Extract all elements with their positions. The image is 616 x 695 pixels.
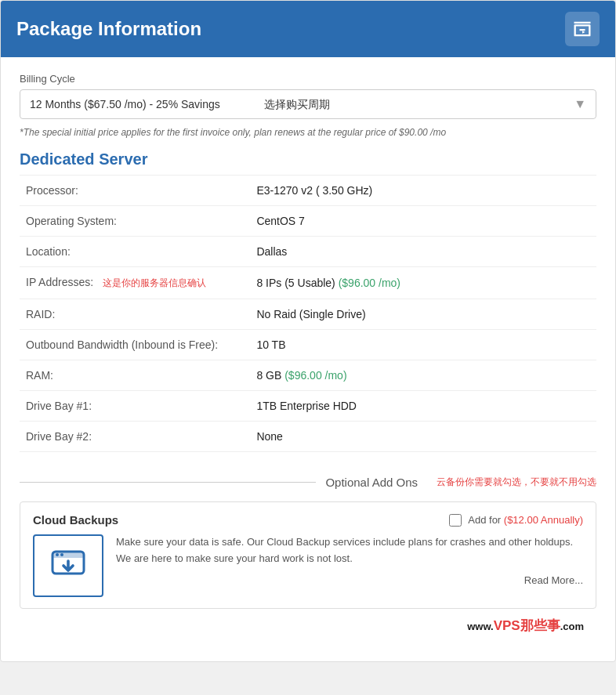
addon-add-label: Add for ($12.00 Annually)	[468, 514, 583, 526]
read-more-link-wrapper[interactable]: Read More...	[116, 574, 583, 586]
addon-price: ($12.00 Annually)	[504, 514, 583, 526]
cloud-backup-icon-box	[33, 534, 103, 597]
drive2-label: Drive Bay #2:	[20, 422, 250, 452]
cloud-backups-addon: Cloud Backups Add for ($12.00 Annually)	[20, 501, 596, 609]
table-row: Drive Bay #1: 1TB Enterprise HDD	[20, 391, 596, 422]
optional-addons-section: Optional Add Ons 云备份你需要就勾选，不要就不用勾选 Cloud…	[20, 476, 596, 609]
table-row: Location: Dallas	[20, 237, 596, 267]
raid-label: RAID:	[20, 299, 250, 330]
cloud-backup-checkbox[interactable]	[449, 514, 462, 527]
ip-hint: 这是你的服务器信息确认	[103, 277, 206, 288]
addons-title: Optional Add Ons	[316, 476, 427, 489]
os-value: CentOS 7	[250, 206, 596, 237]
billing-notice: *The special initial price applies for t…	[20, 127, 596, 138]
drive1-value: 1TB Enterprise HDD	[250, 391, 596, 422]
svg-point-3	[60, 553, 63, 556]
cloud-download-icon	[49, 547, 87, 585]
processor-value: E3-1270 v2 ( 3.50 GHz)	[250, 176, 596, 206]
watermark: www.VPS那些事.com	[20, 609, 596, 646]
table-row: RAID: No Raid (Single Drive)	[20, 299, 596, 330]
table-row: Operating System: CentOS 7	[20, 206, 596, 237]
svg-point-2	[56, 553, 59, 556]
addon-checkbox-row[interactable]: Add for ($12.00 Annually)	[449, 514, 583, 527]
watermark-site: VPS那些事	[494, 618, 560, 633]
raid-value: No Raid (Single Drive)	[250, 299, 596, 330]
table-row: IP Addresses: 这是你的服务器信息确认 8 IPs (5 Usabl…	[20, 267, 596, 299]
addon-title: Cloud Backups	[33, 513, 118, 527]
bandwidth-label: Outbound Bandwidth (Inbound is Free):	[20, 330, 250, 360]
read-more-link[interactable]: Read More...	[524, 574, 583, 586]
billing-cycle-label: Billing Cycle	[20, 73, 596, 85]
ip-price: ($96.00 /mo)	[339, 277, 400, 289]
table-row: Outbound Bandwidth (Inbound is Free): 10…	[20, 330, 596, 360]
addons-hint: 云备份你需要就勾选，不要就不用勾选	[437, 476, 596, 489]
watermark-vps: www.	[467, 621, 493, 632]
ip-value: 8 IPs (5 Usable) ($96.00 /mo)	[250, 267, 596, 299]
addon-title-row: Cloud Backups Add for ($12.00 Annually)	[33, 513, 583, 527]
drive1-label: Drive Bay #1:	[20, 391, 250, 422]
server-info-table: Processor: E3-1270 v2 ( 3.50 GHz) Operat…	[20, 175, 596, 452]
ip-label: IP Addresses: 这是你的服务器信息确认	[20, 267, 250, 299]
server-section-title: Dedicated Server	[20, 150, 596, 168]
ram-price: ($96.00 /mo)	[284, 369, 346, 382]
addons-divider-left	[20, 482, 316, 483]
addon-content: Make sure your data is safe. Our Cloud B…	[33, 534, 583, 597]
billing-cycle-select[interactable]: 1 Month ($90.00 /mo) 3 Months ($80.00 /m…	[20, 90, 596, 118]
os-label: Operating System:	[20, 206, 250, 237]
bandwidth-value: 10 TB	[250, 330, 596, 360]
ram-value: 8 GB ($96.00 /mo)	[250, 360, 596, 391]
processor-label: Processor:	[20, 176, 250, 206]
billing-cycle-select-wrapper[interactable]: 1 Month ($90.00 /mo) 3 Months ($80.00 /m…	[20, 89, 596, 119]
addons-header: Optional Add Ons 云备份你需要就勾选，不要就不用勾选	[20, 476, 596, 489]
location-value: Dallas	[250, 237, 596, 267]
location-label: Location:	[20, 237, 250, 267]
ram-label: RAM:	[20, 360, 250, 391]
addon-description: Make sure your data is safe. Our Cloud B…	[116, 534, 583, 567]
watermark-domain: .com	[560, 621, 584, 632]
table-row: Drive Bay #2: None	[20, 422, 596, 452]
card-header: Package Information	[1, 1, 615, 57]
table-row: RAM: 8 GB ($96.00 /mo)	[20, 360, 596, 391]
box-icon	[565, 12, 600, 46]
table-row: Processor: E3-1270 v2 ( 3.50 GHz)	[20, 176, 596, 206]
drive2-value: None	[250, 422, 596, 452]
page-title: Package Information	[16, 18, 201, 40]
